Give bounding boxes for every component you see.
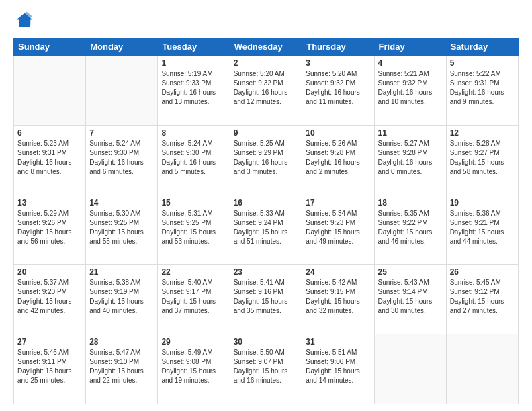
day-info: Sunrise: 5:51 AM Sunset: 9:06 PM Dayligh… (306, 348, 370, 385)
day-number: 21 (89, 267, 154, 277)
calendar-cell: 24Sunrise: 5:42 AM Sunset: 9:15 PM Dayli… (302, 265, 374, 334)
calendar-cell: 16Sunrise: 5:33 AM Sunset: 9:24 PM Dayli… (230, 195, 302, 265)
calendar-week-row: 1Sunrise: 5:19 AM Sunset: 9:33 PM Daylig… (14, 56, 519, 126)
calendar-cell: 6Sunrise: 5:23 AM Sunset: 9:31 PM Daylig… (14, 125, 86, 195)
day-info: Sunrise: 5:25 AM Sunset: 9:29 PM Dayligh… (234, 139, 299, 177)
day-number: 27 (17, 337, 82, 347)
calendar-cell: 5Sunrise: 5:22 AM Sunset: 9:31 PM Daylig… (446, 56, 518, 126)
calendar: SundayMondayTuesdayWednesdayThursdayFrid… (13, 38, 519, 404)
day-info: Sunrise: 5:40 AM Sunset: 9:17 PM Dayligh… (161, 278, 226, 316)
day-number: 9 (234, 128, 299, 138)
day-number: 23 (234, 267, 299, 277)
day-number: 5 (450, 58, 515, 68)
day-number: 10 (306, 128, 370, 138)
calendar-cell: 15Sunrise: 5:31 AM Sunset: 9:25 PM Dayli… (158, 195, 230, 265)
calendar-body: 1Sunrise: 5:19 AM Sunset: 9:33 PM Daylig… (14, 56, 519, 404)
day-number: 31 (306, 337, 370, 347)
calendar-cell: 1Sunrise: 5:19 AM Sunset: 9:33 PM Daylig… (158, 56, 230, 126)
calendar-header: SundayMondayTuesdayWednesdayThursdayFrid… (14, 38, 519, 56)
calendar-cell: 8Sunrise: 5:24 AM Sunset: 9:30 PM Daylig… (158, 125, 230, 195)
day-info: Sunrise: 5:37 AM Sunset: 9:20 PM Dayligh… (17, 278, 82, 316)
calendar-cell (446, 334, 518, 404)
day-number: 25 (378, 267, 443, 277)
day-info: Sunrise: 5:35 AM Sunset: 9:22 PM Dayligh… (378, 209, 443, 246)
logo (13, 11, 36, 31)
calendar-cell: 25Sunrise: 5:43 AM Sunset: 9:14 PM Dayli… (374, 265, 446, 334)
calendar-cell: 2Sunrise: 5:20 AM Sunset: 9:32 PM Daylig… (230, 56, 302, 126)
weekday-header: Friday (374, 38, 446, 56)
calendar-cell: 23Sunrise: 5:41 AM Sunset: 9:16 PM Dayli… (230, 265, 302, 334)
calendar-cell (86, 56, 158, 126)
weekday-header: Sunday (14, 38, 86, 56)
calendar-cell: 3Sunrise: 5:20 AM Sunset: 9:32 PM Daylig… (302, 56, 374, 126)
calendar-week-row: 20Sunrise: 5:37 AM Sunset: 9:20 PM Dayli… (14, 265, 519, 334)
calendar-week-row: 13Sunrise: 5:29 AM Sunset: 9:26 PM Dayli… (14, 195, 519, 265)
day-number: 14 (89, 198, 154, 208)
day-number: 2 (234, 58, 299, 68)
calendar-cell: 19Sunrise: 5:36 AM Sunset: 9:21 PM Dayli… (446, 195, 518, 265)
day-info: Sunrise: 5:28 AM Sunset: 9:27 PM Dayligh… (450, 139, 515, 177)
calendar-cell: 11Sunrise: 5:27 AM Sunset: 9:28 PM Dayli… (374, 125, 446, 195)
weekday-header: Monday (86, 38, 158, 56)
day-info: Sunrise: 5:36 AM Sunset: 9:21 PM Dayligh… (450, 209, 515, 246)
day-info: Sunrise: 5:22 AM Sunset: 9:31 PM Dayligh… (450, 69, 515, 107)
page: SundayMondayTuesdayWednesdayThursdayFrid… (0, 0, 532, 411)
day-number: 20 (17, 267, 82, 277)
day-number: 13 (17, 198, 82, 208)
calendar-week-row: 6Sunrise: 5:23 AM Sunset: 9:31 PM Daylig… (14, 125, 519, 195)
day-info: Sunrise: 5:19 AM Sunset: 9:33 PM Dayligh… (161, 69, 226, 107)
calendar-cell: 9Sunrise: 5:25 AM Sunset: 9:29 PM Daylig… (230, 125, 302, 195)
day-number: 3 (306, 58, 370, 68)
logo-icon (13, 11, 34, 31)
day-number: 29 (161, 337, 226, 347)
calendar-cell: 7Sunrise: 5:24 AM Sunset: 9:30 PM Daylig… (86, 125, 158, 195)
day-number: 26 (450, 267, 515, 277)
day-info: Sunrise: 5:43 AM Sunset: 9:14 PM Dayligh… (378, 278, 443, 316)
day-info: Sunrise: 5:33 AM Sunset: 9:24 PM Dayligh… (234, 209, 299, 246)
day-info: Sunrise: 5:26 AM Sunset: 9:28 PM Dayligh… (306, 139, 370, 177)
weekday-header: Tuesday (158, 38, 230, 56)
day-info: Sunrise: 5:29 AM Sunset: 9:26 PM Dayligh… (17, 209, 82, 246)
day-info: Sunrise: 5:31 AM Sunset: 9:25 PM Dayligh… (161, 209, 226, 246)
day-number: 7 (89, 128, 154, 138)
calendar-cell: 12Sunrise: 5:28 AM Sunset: 9:27 PM Dayli… (446, 125, 518, 195)
day-info: Sunrise: 5:21 AM Sunset: 9:32 PM Dayligh… (378, 69, 443, 107)
day-info: Sunrise: 5:50 AM Sunset: 9:07 PM Dayligh… (234, 348, 299, 385)
header (13, 11, 519, 31)
day-info: Sunrise: 5:41 AM Sunset: 9:16 PM Dayligh… (234, 278, 299, 316)
day-number: 22 (161, 267, 226, 277)
calendar-cell: 22Sunrise: 5:40 AM Sunset: 9:17 PM Dayli… (158, 265, 230, 334)
day-info: Sunrise: 5:38 AM Sunset: 9:19 PM Dayligh… (89, 278, 154, 316)
calendar-cell: 18Sunrise: 5:35 AM Sunset: 9:22 PM Dayli… (374, 195, 446, 265)
day-number: 8 (161, 128, 226, 138)
day-info: Sunrise: 5:46 AM Sunset: 9:11 PM Dayligh… (17, 348, 82, 385)
weekday-header: Saturday (446, 38, 518, 56)
day-info: Sunrise: 5:27 AM Sunset: 9:28 PM Dayligh… (378, 139, 443, 177)
calendar-cell: 17Sunrise: 5:34 AM Sunset: 9:23 PM Dayli… (302, 195, 374, 265)
calendar-cell: 13Sunrise: 5:29 AM Sunset: 9:26 PM Dayli… (14, 195, 86, 265)
weekday-header: Thursday (302, 38, 374, 56)
day-number: 11 (378, 128, 443, 138)
calendar-cell: 27Sunrise: 5:46 AM Sunset: 9:11 PM Dayli… (14, 334, 86, 404)
day-number: 19 (450, 198, 515, 208)
day-info: Sunrise: 5:45 AM Sunset: 9:12 PM Dayligh… (450, 278, 515, 316)
weekday-row: SundayMondayTuesdayWednesdayThursdayFrid… (14, 38, 519, 56)
day-number: 12 (450, 128, 515, 138)
calendar-cell (374, 334, 446, 404)
day-number: 24 (306, 267, 370, 277)
calendar-cell: 26Sunrise: 5:45 AM Sunset: 9:12 PM Dayli… (446, 265, 518, 334)
day-number: 28 (89, 337, 154, 347)
day-number: 18 (378, 198, 443, 208)
day-info: Sunrise: 5:47 AM Sunset: 9:10 PM Dayligh… (89, 348, 154, 385)
calendar-cell: 30Sunrise: 5:50 AM Sunset: 9:07 PM Dayli… (230, 334, 302, 404)
calendar-cell: 14Sunrise: 5:30 AM Sunset: 9:25 PM Dayli… (86, 195, 158, 265)
weekday-header: Wednesday (230, 38, 302, 56)
calendar-cell: 4Sunrise: 5:21 AM Sunset: 9:32 PM Daylig… (374, 56, 446, 126)
day-number: 17 (306, 198, 370, 208)
calendar-cell: 29Sunrise: 5:49 AM Sunset: 9:08 PM Dayli… (158, 334, 230, 404)
day-info: Sunrise: 5:24 AM Sunset: 9:30 PM Dayligh… (89, 139, 154, 177)
day-number: 16 (234, 198, 299, 208)
day-info: Sunrise: 5:49 AM Sunset: 9:08 PM Dayligh… (161, 348, 226, 385)
calendar-cell: 28Sunrise: 5:47 AM Sunset: 9:10 PM Dayli… (86, 334, 158, 404)
calendar-week-row: 27Sunrise: 5:46 AM Sunset: 9:11 PM Dayli… (14, 334, 519, 404)
